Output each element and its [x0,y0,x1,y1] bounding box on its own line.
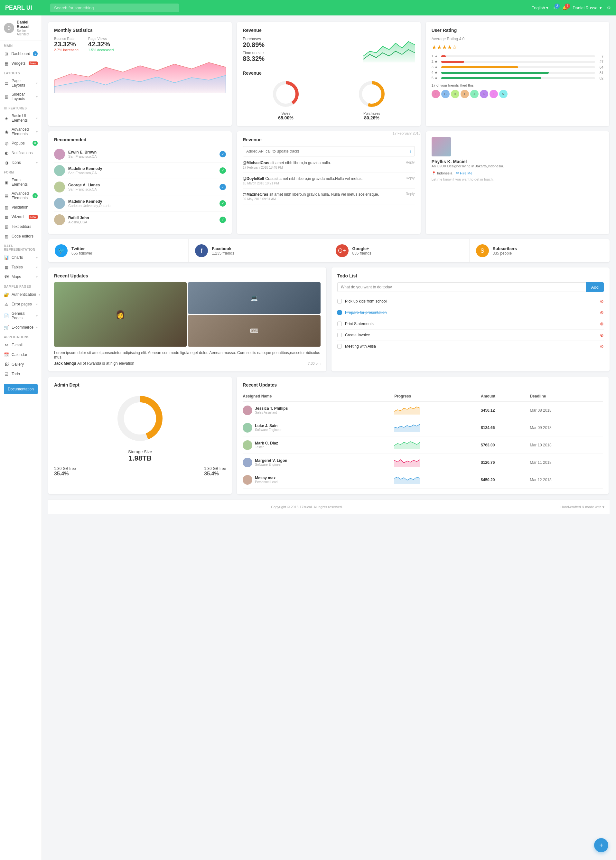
sidebar-item-widgets[interactable]: ▦ Widgets New [0,58,42,68]
todo-del-1[interactable]: ⊗ [600,310,604,315]
sidebar-item-form-advanced[interactable]: ▤ Advanced Elements 4 [0,189,42,202]
social-google[interactable]: G+ Google+ 835 friends [329,239,470,262]
progress-chart-4 [394,474,420,484]
sidebar-item-dashboard[interactable]: ⊞ Dashboard 1 [0,49,42,58]
todo-check-3[interactable] [337,333,342,337]
rec-item-4: Rafell JohnAlosha,USA ✓ [54,212,226,228]
todo-check-2[interactable] [337,322,342,326]
friend-5: J [470,90,478,98]
sidebar-item-popups[interactable]: ◎ Popups 8 [0,138,42,148]
user-menu[interactable]: Daniel Russel ▾ [572,5,602,10]
sidebar-item-wizard[interactable]: ▦ Wizard New [0,212,42,222]
rec-item-0: Erwin E. BrownSan Francisco,CA ✓ [54,146,226,163]
messages-btn[interactable]: ✉ 3 [553,5,557,10]
sidebar-item-page-layouts[interactable]: ▤ Page Layouts ▾ [0,76,42,90]
language-selector[interactable]: English ▾ [531,5,549,10]
notifications-btn[interactable]: 🔔 7 [562,5,567,10]
subscribers-name: Subscribers [493,246,517,251]
social-facebook[interactable]: f Facebook 1,235 friends [189,239,329,262]
rec-check-4[interactable]: ✓ [219,217,226,223]
rec-check-3[interactable]: ✓ [219,200,226,207]
todo-del-0[interactable]: ⊗ [600,299,604,304]
user-rating-title: User Rating [432,28,603,33]
rec-check-1[interactable]: ✓ [219,167,226,174]
api-input[interactable] [243,146,415,157]
friend-6: K [480,90,488,98]
reply-2[interactable]: Reply [406,192,415,196]
sidebar-item-code-editors[interactable]: ▨ Code editors [0,231,42,241]
sidebar-item-error[interactable]: ⚠ Error pages ▾ [0,299,42,309]
sidebar-item-advanced-elements[interactable]: ◉ Advanced Elements ▾ [0,125,42,138]
sidebar-item-todo[interactable]: ☑ Todo [0,369,42,379]
revenue-top-card: Revenue Purchases 20.89% Time on site 83… [237,22,420,126]
form-advanced-icon: ▤ [4,193,9,198]
todo-item-2: Print Statements ⊗ [337,318,604,330]
todo-input[interactable] [337,282,586,292]
rating-row-2: 2 ★ 27 [432,60,603,64]
social-twitter[interactable]: 🐦 Twitter 656 follower [48,239,189,262]
reply-1[interactable]: Reply [406,176,415,180]
storage-free-2: 1.30 GB free 35.4% [204,466,226,477]
friend-4: I [461,90,469,98]
sidebar-item-auth[interactable]: 🔐 Authentication ▾ [0,290,42,299]
friends-row: F G H I J K L M [432,90,603,98]
rec-check-2[interactable]: ✓ [219,184,226,190]
profile-hire[interactable]: ✉ Hire Me [456,171,472,175]
friend-3: H [451,90,459,98]
todo-item-0: Pick up kids from school ⊗ [337,296,604,307]
sidebar-item-tables[interactable]: ▦ Tables ▾ [0,262,42,272]
sidebar-item-validation[interactable]: ▥ Validation [0,202,42,212]
sales-label: Sales [271,111,300,115]
fab-button[interactable]: + [594,838,608,852]
todo-check-0[interactable] [337,299,342,303]
sidebar-item-charts[interactable]: 📊 Charts ▾ [0,253,42,262]
todo-del-3[interactable]: ⊗ [600,333,604,337]
calendar-icon: 📅 [4,352,9,357]
sidebar-item-gallery[interactable]: 🖼 Gallery [0,359,42,369]
row-1: Monthly Statistics Bounce Rate 23.32% 2.… [48,22,610,126]
sidebar-item-notifications[interactable]: ◐ Notifications [0,148,42,158]
page-views-stat: Page Views 42.32% 1.5% decreased [88,37,114,52]
sidebar-item-maps[interactable]: 🗺 Maps ▾ [0,272,42,282]
revenue-metrics: Purchases 20.89% Time on site 83.32% [243,37,415,64]
sidebar-item-calendar[interactable]: 📅 Calendar [0,350,42,359]
recent-img-1: 💻 [188,282,321,314]
bounce-rate-label: Bounce Rate [54,37,78,41]
sidebar-item-ecommerce[interactable]: 🛒 E-commerce ▾ [0,322,42,332]
subscribers-count: 335 people [493,251,517,256]
social-subscribers[interactable]: S Subscribers 335 people [470,239,610,262]
sales-donut-chart [271,80,300,108]
todo-del-2[interactable]: ⊗ [600,321,604,326]
rating-row-1: 1 ★ 7 [432,54,603,58]
todo-check-1[interactable] [337,310,342,315]
sidebar-item-basic-ui[interactable]: ◈ Basic UI Elements ▾ [0,111,42,125]
sidebar-item-form-elements[interactable]: ▣ Form Elements [0,176,42,189]
rec-item-1: Madeline KennedySan Francisco,CA ✓ [54,163,226,179]
revenue-comments-title: Revenue [243,137,415,142]
rec-name-2: George A. Llanes [68,183,100,187]
updates-avatar-0 [243,405,252,415]
storage-pct-2: 35.4% [204,471,226,477]
comment-1: Reply @DoyleBell Cras sit amet nibh libe… [243,176,415,188]
updates-table: Assigned Name Progress Amount Deadline J… [243,391,603,488]
settings-icon[interactable]: ⚙ [607,5,611,10]
rating-row-3: 3 ★ 64 [432,65,603,69]
rec-name-1: Madeline Kennedy [68,166,102,171]
sidebar-item-icons[interactable]: ◑ Icons ▾ [0,158,42,167]
search-input[interactable] [50,3,179,12]
sidebar-item-email[interactable]: ✉ E-mail [0,340,42,350]
rec-check-0[interactable]: ✓ [219,151,226,157]
table-row: Luke J. Sain Software Engineer $124.66 M… [243,419,603,436]
sidebar-item-general[interactable]: 📄 General Pages ▾ [0,309,42,322]
sidebar-item-sidebar-layouts[interactable]: ▧ Sidebar Layouts ▾ [0,90,42,103]
col-progress: Progress [394,391,481,401]
comment-user-0: @MichaelCras [243,161,269,165]
recent-author-text: All of Rwanda is at high elevation [77,361,134,366]
documentation-button[interactable]: Documentation [4,384,38,394]
todo-add-button[interactable]: Add [586,282,604,292]
reply-0[interactable]: Reply [406,160,415,164]
todo-del-4[interactable]: ⊗ [600,344,604,349]
sidebar-item-text-editors[interactable]: ▧ Text editors [0,222,42,231]
comment-2: Reply @MaxineCras sit amet nibh libero,i… [243,192,415,204]
todo-check-4[interactable] [337,344,342,348]
